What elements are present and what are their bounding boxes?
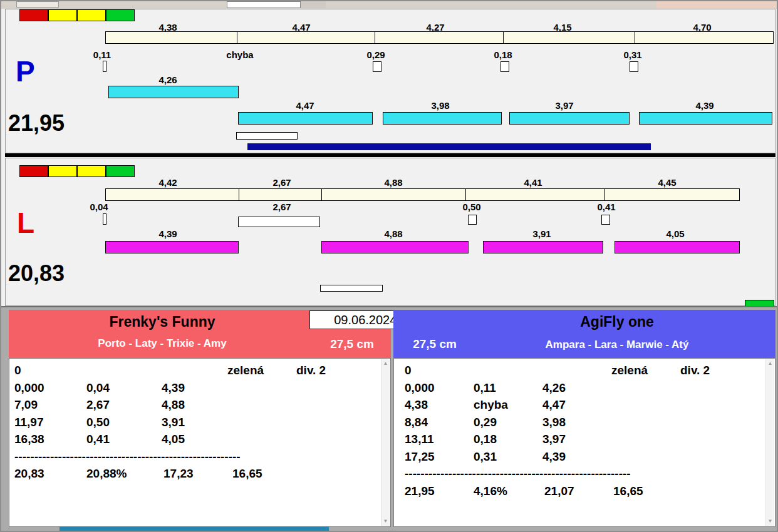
panel-divider bbox=[5, 153, 775, 157]
result-cell: 3,98 bbox=[542, 416, 566, 429]
result-cell: 16,38 bbox=[14, 432, 44, 446]
result-memo[interactable]: 0 zelená div. 2 0,000 0,04 4,39 7,09 2,6… bbox=[9, 358, 391, 527]
team-name: Frenky's Funny bbox=[9, 314, 316, 330]
run-panel-l: 4,42 2,67 4,88 4,41 4,45 0,04 2,67 0,50 … bbox=[5, 158, 775, 306]
desktop-background-strip bbox=[1, 1, 777, 9]
total-time-l: 20,83 bbox=[8, 262, 65, 285]
run-panel-p: 4,38 4,47 4,27 4,15 4,70 0,11 chyba 0,29… bbox=[5, 9, 775, 153]
result-cell: 2,67 bbox=[86, 398, 110, 412]
dog-names: Porto - Laty - Trixie - Amy bbox=[9, 337, 316, 350]
background-window-fragment bbox=[227, 1, 301, 8]
status-light-red bbox=[19, 165, 48, 177]
result-cell: div. 2 bbox=[296, 364, 326, 377]
gap-marker-box bbox=[373, 61, 381, 72]
progress-bar bbox=[247, 143, 651, 150]
sector-time-label: 3,97 bbox=[527, 100, 602, 111]
difference-bar bbox=[320, 285, 383, 292]
split-tick bbox=[465, 188, 466, 201]
result-cell: 4,39 bbox=[542, 450, 566, 464]
result-cell: 8,84 bbox=[405, 416, 428, 429]
competitor-header: 27,5 cm AgiFly one Ampara - Lara - Marwi… bbox=[393, 310, 775, 358]
sector-time-bar bbox=[105, 241, 239, 253]
background-window-fragment bbox=[16, 1, 59, 8]
vertical-scrollbar[interactable]: ▲ ▼ bbox=[381, 359, 390, 526]
sector-time-bar bbox=[108, 86, 239, 98]
result-cell: 4,05 bbox=[162, 432, 185, 446]
sector-time-bar bbox=[509, 112, 630, 125]
split-time-label: 4,41 bbox=[495, 177, 571, 188]
split-track-bar bbox=[105, 188, 740, 201]
summary-cell: 21,95 bbox=[405, 484, 435, 498]
course-side-label: L bbox=[17, 208, 34, 237]
sector-time-label: 3,91 bbox=[504, 228, 579, 239]
split-time-label: 4,42 bbox=[130, 177, 205, 188]
result-cell: 3,91 bbox=[162, 416, 185, 429]
split-track-bar bbox=[105, 31, 774, 44]
summary-cell: 4,16% bbox=[474, 484, 507, 498]
status-light-yellow bbox=[48, 9, 77, 21]
summary-cell: 21,07 bbox=[544, 484, 574, 498]
split-tick bbox=[503, 31, 504, 44]
split-tick bbox=[375, 31, 375, 44]
app-window: 4,38 4,47 4,27 4,15 4,70 0,11 chyba 0,29… bbox=[0, 0, 778, 532]
summary-cell: 16,65 bbox=[232, 467, 262, 481]
gap-marker-box bbox=[630, 61, 638, 72]
result-divider: ----------------------------------------… bbox=[14, 450, 241, 464]
jump-height: 27,5 cm bbox=[402, 337, 467, 351]
competitor-card-right: 27,5 cm AgiFly one Ampara - Lara - Marwi… bbox=[393, 310, 775, 527]
status-light-red bbox=[19, 9, 48, 21]
sector-time-bar bbox=[615, 241, 740, 253]
sector-time-label: 4,05 bbox=[638, 228, 713, 239]
status-light-yellow bbox=[48, 165, 77, 177]
gap-time-label: 0,11 bbox=[77, 49, 127, 60]
gap-marker-box-wide bbox=[238, 217, 320, 227]
gap-time-label: chyba bbox=[215, 49, 265, 60]
split-tick bbox=[604, 188, 605, 201]
gap-time-label: 0,41 bbox=[581, 202, 631, 212]
result-cell: 0,11 bbox=[474, 381, 496, 395]
scroll-up-icon[interactable]: ▲ bbox=[766, 359, 774, 368]
dog-names: Ampara - Lara - Marwie - Atý bbox=[469, 339, 765, 351]
jump-height: 27,5 cm bbox=[317, 337, 387, 351]
result-cell: 0,18 bbox=[474, 432, 497, 446]
result-cell: 0,000 bbox=[14, 381, 44, 395]
competitor-card-left: Frenky's Funny Porto - Laty - Trixie - A… bbox=[9, 310, 391, 527]
taskbar-sliver bbox=[60, 526, 329, 531]
sector-time-label: 4,47 bbox=[267, 100, 343, 111]
split-time-label: 4,88 bbox=[356, 177, 431, 188]
summary-cell: 20,83 bbox=[14, 467, 44, 481]
vertical-scrollbar[interactable]: ▲ ▼ bbox=[765, 359, 774, 526]
result-cell: 11,97 bbox=[14, 416, 44, 429]
scroll-down-icon[interactable]: ▼ bbox=[381, 517, 390, 526]
scroll-up-icon[interactable]: ▲ bbox=[381, 359, 390, 368]
result-cell: 4,47 bbox=[542, 398, 566, 412]
result-cell: 0,50 bbox=[86, 416, 110, 429]
result-cell: div. 2 bbox=[680, 364, 710, 377]
result-cell: 13,11 bbox=[405, 432, 434, 446]
result-cell: 0,31 bbox=[474, 450, 497, 464]
sector-time-bar bbox=[483, 241, 603, 253]
status-light-green bbox=[106, 165, 135, 177]
sector-time-bar bbox=[238, 112, 373, 125]
gap-marker-box bbox=[103, 61, 106, 72]
split-time-label: 4,45 bbox=[630, 177, 705, 188]
sector-time-label: 3,98 bbox=[403, 100, 478, 111]
sector-time-bar bbox=[321, 241, 469, 253]
result-cell: 7,09 bbox=[14, 398, 38, 412]
gap-marker-box bbox=[601, 215, 610, 225]
result-memo[interactable]: 0 zelená div. 2 0,000 0,11 4,26 4,38 chy… bbox=[393, 358, 775, 527]
result-cell: 0 bbox=[405, 364, 412, 377]
gap-marker-box bbox=[103, 213, 106, 225]
result-cell: 3,97 bbox=[542, 432, 566, 446]
scroll-down-icon[interactable]: ▼ bbox=[766, 517, 774, 526]
sector-time-label: 4,39 bbox=[130, 228, 205, 239]
course-side-label: P bbox=[16, 57, 35, 86]
result-cell: 0,41 bbox=[86, 432, 110, 446]
team-name: AgiFly one bbox=[469, 314, 765, 330]
result-cell: 4,39 bbox=[162, 381, 185, 395]
gap-time-label: 0,50 bbox=[447, 202, 497, 212]
difference-bar bbox=[236, 132, 298, 140]
gap-marker-box bbox=[468, 215, 477, 225]
result-cell: 0,04 bbox=[86, 381, 110, 395]
status-light-green bbox=[106, 9, 135, 21]
